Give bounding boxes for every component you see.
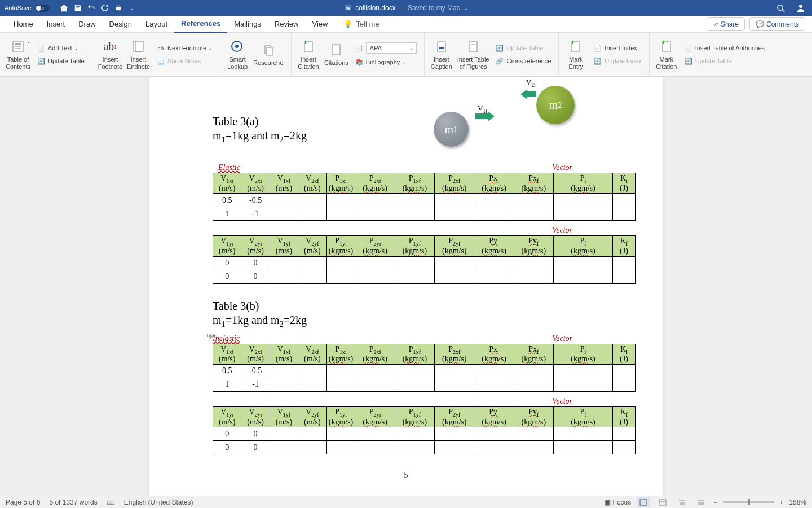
document-title[interactable]: collision.docx [355, 4, 395, 12]
account-icon[interactable] [796, 3, 805, 12]
tab-references[interactable]: References [174, 16, 227, 33]
bibliography-icon: 📚 [355, 58, 364, 67]
page[interactable]: V2i m2 V1i m1 Table 3(a) m1=1kg and m2=2… [149, 77, 663, 496]
researcher-icon [262, 42, 277, 58]
comments-button[interactable]: 💬 Comments [749, 17, 805, 31]
citations-button[interactable]: Citations [324, 42, 348, 67]
autosave-label: AutoSave [5, 5, 32, 11]
share-button[interactable]: ↗ Share [707, 17, 745, 31]
tab-layout[interactable]: Layout [139, 16, 174, 33]
table-3b-y: V1yi(m/s)V2yi(m/s)V1yf(m/s)V2yf(m/s)P1yi… [213, 406, 636, 454]
insert-endnote-button[interactable]: Insert Endnote [127, 39, 150, 70]
bibliography-button[interactable]: 📚Bibliography ⌄ [353, 56, 418, 68]
update-toa-button[interactable]: 🔄Update Table [682, 55, 766, 67]
insert-tof-button[interactable]: Insert Table of Figures [457, 39, 489, 70]
spellcheck-icon[interactable]: 📖 [107, 498, 115, 506]
tab-insert[interactable]: Insert [40, 16, 72, 33]
tab-design[interactable]: Design [103, 16, 139, 33]
show-notes-button[interactable]: 📃Show Notes [155, 55, 214, 67]
web-layout-view[interactable] [656, 497, 669, 507]
style-icon: 📑 [355, 43, 364, 52]
bulb-icon: 💡 [343, 20, 352, 28]
style-dropdown[interactable]: APA [366, 42, 417, 54]
toa-icon: 📄 [684, 43, 693, 52]
add-text-button[interactable]: 📄Add Text ⌄ [35, 42, 86, 54]
researcher-button[interactable]: Researcher [253, 42, 285, 67]
autosave-toggle[interactable]: OFF [35, 5, 50, 12]
tab-mailings[interactable]: Mailings [227, 16, 268, 33]
v1i-label: V1i [478, 104, 487, 114]
caption-icon [434, 39, 449, 55]
arrow-right-icon [475, 113, 489, 119]
next-footnote-button[interactable]: abNext Footnote ⌄ [155, 42, 214, 54]
table-3a-y: V1yi(m/s)V2yi(m/s)V1yf(m/s)V2yf(m/s)P1yi… [213, 235, 636, 283]
home-icon[interactable] [60, 3, 69, 12]
draft-view[interactable] [694, 497, 708, 507]
insert-toa-button[interactable]: 📄Insert Table of Authorities [682, 42, 766, 54]
mass-2-ball: m2 [536, 86, 575, 124]
vector-label-4: Vector [552, 397, 572, 406]
update-table-button[interactable]: 🔄Update Table [35, 55, 86, 67]
masses-line-3b: m1=1kg and m2=2kg [213, 314, 599, 329]
tab-draw[interactable]: Draw [72, 16, 102, 33]
insert-citation-button[interactable]: + Insert Citation [297, 39, 320, 70]
ribbon-group-footnotes: ab1 Insert Footnote Insert Endnote abNex… [92, 33, 221, 76]
smart-lookup-button[interactable]: Smart Lookup [226, 39, 249, 70]
zoom-in-button[interactable]: + [779, 498, 783, 506]
zoom-out-button[interactable]: − [713, 498, 717, 506]
insert-footnote-button[interactable]: ab1 Insert Footnote [98, 39, 122, 70]
update-index-button[interactable]: 🔄Update Index [592, 55, 643, 67]
table-3a-x: V1xi(m/s)V2xi(m/s)V1xf(m/s)V2xf(m/s)P1xi… [213, 173, 636, 221]
next-footnote-icon: ab [156, 43, 165, 52]
print-layout-view[interactable] [637, 497, 650, 507]
word-count[interactable]: 5 of 1337 words [49, 498, 97, 506]
search-icon[interactable] [776, 3, 785, 12]
toc-button[interactable]: Table of Contents ⌄ [6, 39, 30, 70]
save-icon[interactable] [73, 3, 82, 12]
update-table-captions-button[interactable]: 🔄Update Table [493, 42, 553, 54]
title-right [774, 3, 807, 12]
toc-icon [10, 39, 26, 55]
insert-index-button[interactable]: 📄Insert Index [592, 42, 643, 54]
title-dropdown-icon[interactable]: ⌄ [464, 5, 468, 11]
svg-point-6 [799, 5, 802, 8]
share-label: Share [721, 20, 739, 28]
update-icon: 🔄 [37, 56, 46, 65]
mark-entry-icon: + [568, 39, 584, 55]
ribbon-group-index: + Mark Entry 📄Insert Index 🔄Update Index [559, 33, 649, 76]
crossref-icon: 🔗 [495, 56, 504, 65]
tab-home[interactable]: Home [7, 16, 40, 33]
language-indicator[interactable]: English (United States) [124, 498, 193, 506]
svg-rect-20 [438, 42, 445, 52]
status-right: ▣Focus − + 158% [604, 497, 806, 507]
print-icon[interactable] [114, 3, 123, 12]
undo-icon[interactable] [87, 3, 96, 12]
mark-citation-button[interactable]: + Mark Citation [655, 39, 678, 70]
focus-mode-button[interactable]: ▣Focus [604, 498, 632, 506]
lookup-icon [230, 39, 245, 55]
svg-rect-7 [13, 42, 23, 52]
mark-entry-button[interactable]: + Mark Entry [564, 39, 587, 70]
status-bar: Page 5 of 6 5 of 1337 words 📖 English (U… [0, 496, 812, 508]
redo-icon[interactable] [100, 3, 109, 12]
chevron-down-icon: ⌄ [209, 46, 213, 51]
svg-text:+: + [571, 40, 575, 46]
zoom-level[interactable]: 158% [789, 498, 806, 506]
outline-view[interactable] [675, 497, 689, 507]
update-toa-icon: 🔄 [684, 56, 693, 65]
tab-view[interactable]: View [305, 16, 334, 33]
qat-more-icon[interactable]: ⌄ [127, 3, 136, 12]
page-indicator[interactable]: Page 5 of 6 [6, 498, 40, 506]
cross-reference-button[interactable]: 🔗Cross-reference [493, 55, 553, 67]
comments-label: Comments [766, 20, 799, 28]
tell-me[interactable]: 💡 Tell me [337, 16, 386, 33]
document-area[interactable]: V2i m2 V1i m1 Table 3(a) m1=1kg and m2=2… [0, 77, 812, 496]
show-notes-icon: 📃 [156, 56, 165, 65]
saved-location[interactable]: — Saved to my Mac [399, 4, 460, 12]
zoom-slider[interactable] [723, 501, 774, 503]
ribbon-group-captions: Insert Caption Insert Table of Figures 🔄… [425, 33, 559, 76]
citation-style-select[interactable]: 📑APA [353, 41, 418, 55]
insert-caption-button[interactable]: Insert Caption [430, 39, 453, 70]
tab-review[interactable]: Review [268, 16, 306, 33]
add-text-icon: 📄 [37, 43, 46, 52]
